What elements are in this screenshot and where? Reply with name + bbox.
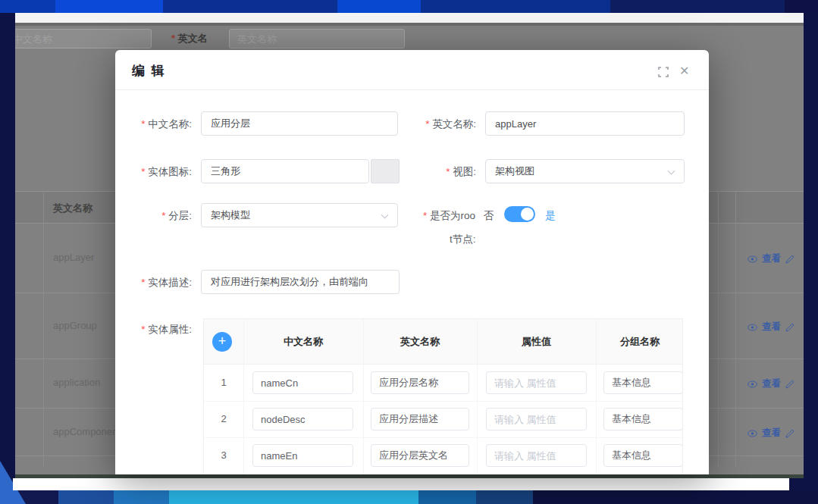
row-actions: 查看 — [747, 427, 794, 440]
bottom-band-segment — [114, 490, 169, 504]
row-actions: 查看 — [747, 377, 794, 390]
eye-icon — [747, 430, 757, 437]
page-top-strip — [15, 13, 804, 23]
view-link: 查看 — [762, 377, 781, 390]
bottom-white-strip — [13, 478, 789, 490]
name-en-label: 英文名称: — [400, 117, 476, 131]
entity-icon-input[interactable] — [201, 159, 369, 183]
app-frame: 英文名 英文名称 appLayer appGroup application a… — [0, 0, 818, 504]
attr-value-input[interactable] — [486, 444, 587, 467]
table-row-en-name: appComponent — [53, 426, 121, 437]
close-icon[interactable]: ✕ — [679, 64, 689, 78]
view-link: 查看 — [762, 427, 781, 440]
entity-desc-label: 实体描述: — [115, 276, 192, 290]
attrs-header-group: 分组名称 — [596, 319, 683, 365]
attr-group-input[interactable] — [603, 371, 683, 394]
is-root-toggle[interactable] — [504, 206, 535, 222]
chevron-down-icon — [669, 168, 675, 174]
top-band-segment — [163, 0, 337, 13]
attr-value-input[interactable] — [486, 371, 587, 394]
edit-pencil-icon — [785, 323, 794, 332]
top-band-segment — [610, 0, 785, 13]
bottom-band-segment — [169, 490, 418, 504]
top-band-segment — [421, 0, 610, 13]
attr-value-input[interactable] — [486, 408, 587, 430]
table-column-divider — [718, 191, 719, 468]
entity-icon-picker-button[interactable] — [371, 159, 400, 183]
view-link: 查看 — [762, 321, 781, 333]
edit-pencil-icon — [785, 429, 794, 438]
is-root-label-line1: 是否为roo — [400, 209, 475, 223]
table-column-divider — [735, 191, 736, 468]
view-select[interactable]: 架构视图 — [485, 159, 685, 183]
edit-pencil-icon — [785, 380, 794, 389]
row-actions: 查看 — [747, 321, 794, 333]
filter-en-name-input — [229, 29, 405, 49]
attr-en-input[interactable] — [371, 408, 469, 430]
dialog-title: 编 辑 — [132, 62, 166, 80]
edit-dialog: 编 辑 ✕ 中文名称: 英文名称: 实体图标: 视图: 架构视图 分层: 架构模… — [115, 50, 709, 474]
top-band-segment — [785, 0, 818, 13]
attr-group-input[interactable] — [603, 408, 683, 430]
entity-icon-label: 实体图标: — [115, 165, 192, 179]
attr-cn-input[interactable] — [252, 408, 353, 430]
attrs-header-en: 英文名称 — [363, 319, 477, 365]
attr-en-input[interactable] — [371, 371, 469, 394]
attr-row-number: 3 — [204, 437, 243, 474]
attr-group-input[interactable] — [603, 444, 683, 467]
layer-label: 分层: — [115, 209, 192, 223]
is-root-on-label: 是 — [545, 209, 556, 223]
view-label: 视图: — [400, 165, 476, 179]
attr-row-number: 2 — [204, 401, 243, 437]
eye-icon — [747, 324, 757, 331]
layer-select-value: 架构模型 — [211, 209, 250, 221]
dialog-header-divider — [115, 89, 709, 90]
entity-desc-input[interactable] — [201, 270, 400, 294]
page-top-divider — [15, 23, 804, 26]
filter-en-name-label: 英文名 — [171, 32, 208, 45]
chevron-down-icon — [382, 212, 388, 218]
is-root-label-line2: t节点: — [450, 233, 476, 246]
background-table-header-label: 英文名称 — [53, 192, 92, 224]
table-row-en-name: appLayer — [53, 252, 94, 263]
bottom-band-segment — [476, 490, 533, 504]
name-cn-input[interactable] — [201, 111, 398, 136]
bottom-band-segment — [533, 490, 818, 504]
layer-select[interactable]: 架构模型 — [201, 203, 398, 227]
eye-icon — [747, 380, 757, 388]
fullscreen-icon[interactable] — [658, 67, 669, 77]
attr-cn-input[interactable] — [252, 371, 353, 394]
row-actions: 查看 — [747, 252, 794, 265]
entity-attrs-label: 实体属性: — [115, 323, 192, 337]
attr-cn-input[interactable] — [252, 444, 353, 467]
eye-icon — [747, 255, 757, 263]
bottom-band-segment — [58, 490, 114, 504]
view-link: 查看 — [762, 252, 781, 265]
top-band-segment — [337, 0, 421, 13]
attrs-row-divider — [204, 437, 682, 438]
filter-cn-name-input — [15, 29, 152, 49]
edit-pencil-icon — [785, 255, 794, 264]
view-select-value: 架构视图 — [495, 165, 534, 177]
table-row-en-name: appGroup — [53, 320, 97, 331]
attr-row-number: 1 — [204, 365, 243, 401]
attr-en-input[interactable] — [371, 444, 469, 467]
attrs-header-cn: 中文名称 — [243, 319, 363, 365]
name-en-input[interactable] — [485, 111, 685, 136]
table-row-en-name: application — [53, 377, 100, 388]
is-root-off-label: 否 — [484, 209, 494, 223]
entity-attrs-table: + 中文名称 英文名称 属性值 分组名称 1 2 3 — [203, 318, 683, 474]
bottom-band-segment — [418, 490, 476, 504]
attrs-row-divider — [204, 401, 682, 402]
add-attribute-button[interactable]: + — [212, 332, 232, 352]
toggle-knob — [521, 208, 534, 221]
table-column-divider — [43, 191, 44, 468]
attrs-header-value: 属性值 — [477, 319, 596, 365]
top-band-segment — [55, 0, 163, 13]
name-cn-label: 中文名称: — [115, 117, 192, 131]
top-band-segment — [0, 0, 55, 13]
